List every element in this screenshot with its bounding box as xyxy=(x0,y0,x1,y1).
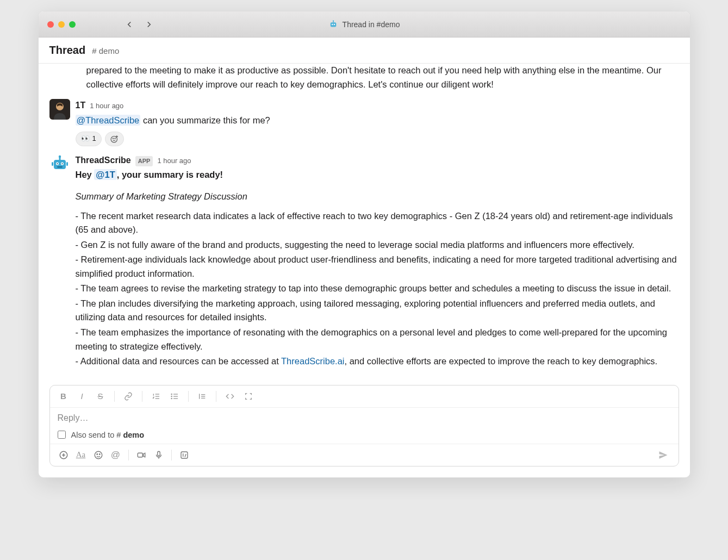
svg-rect-43 xyxy=(181,452,188,458)
message-text: @ThreadScribe can you summarize this for… xyxy=(76,114,679,128)
summary-greeting: Hey @1T, your summary is ready! xyxy=(76,168,679,182)
unordered-list-button[interactable] xyxy=(166,389,183,404)
composer-actions: Aa @ xyxy=(50,444,679,466)
svg-rect-10 xyxy=(54,160,66,169)
shortcuts-button[interactable] xyxy=(176,447,192,463)
summary-bullet: - The plan includes diversifying the mar… xyxy=(76,297,679,325)
bot-icon xyxy=(328,20,338,29)
page-title: Thread xyxy=(49,44,86,57)
reply-composer: B I S xyxy=(49,385,679,466)
audio-button[interactable] xyxy=(151,447,167,463)
format-toggle-button[interactable]: Aa xyxy=(73,447,89,463)
message-row: ThreadScribe APP 1 hour ago Hey @1T, you… xyxy=(49,146,679,370)
summary-bullet: - Retirement-age individuals lack knowle… xyxy=(76,253,679,281)
summary-list: - The recent market research data indica… xyxy=(76,209,679,369)
threadscribe-link[interactable]: ThreadScribe.ai xyxy=(281,356,344,366)
summary-bullet: - Additional data and resources can be a… xyxy=(76,354,679,369)
ordered-list-button[interactable] xyxy=(148,389,164,404)
app-window: Thread in #demo Thread # demo prepared t… xyxy=(38,11,690,478)
svg-rect-19 xyxy=(66,162,68,166)
bot-avatar[interactable] xyxy=(49,154,70,175)
app-badge: APP xyxy=(135,156,153,166)
svg-point-9 xyxy=(115,138,115,139)
mention[interactable]: @1T xyxy=(94,169,116,180)
author-name[interactable]: ThreadScribe xyxy=(76,154,131,167)
attach-button[interactable] xyxy=(55,447,72,463)
svg-line-45 xyxy=(185,454,186,457)
svg-point-8 xyxy=(113,138,113,139)
svg-point-27 xyxy=(171,396,172,396)
mention-button[interactable]: @ xyxy=(108,447,124,463)
svg-point-2 xyxy=(333,23,334,24)
maximize-window-button[interactable] xyxy=(69,21,76,28)
summary-bullet: - The team agrees to revise the marketin… xyxy=(76,282,679,296)
strikethrough-button[interactable]: S xyxy=(92,389,109,404)
codeblock-button[interactable] xyxy=(240,389,257,404)
message-timestamp: 1 hour ago xyxy=(90,101,123,111)
svg-point-1 xyxy=(332,23,333,24)
svg-point-17 xyxy=(58,155,60,157)
svg-rect-15 xyxy=(57,166,63,167)
summary-title: Summary of Marketing Strategy Discussion xyxy=(76,190,679,204)
svg-point-26 xyxy=(171,394,172,394)
window-title: Thread in #demo xyxy=(328,20,400,29)
svg-marker-40 xyxy=(143,453,145,457)
back-button[interactable] xyxy=(125,20,134,29)
svg-rect-41 xyxy=(157,451,160,456)
svg-point-7 xyxy=(111,136,117,142)
titlebar: Thread in #demo xyxy=(39,11,690,38)
blockquote-button[interactable] xyxy=(194,389,210,404)
italic-button[interactable]: I xyxy=(74,389,90,404)
minimize-window-button[interactable] xyxy=(58,21,65,28)
svg-point-37 xyxy=(97,453,98,455)
eyes-icon: 👀 xyxy=(81,133,90,144)
summary-bullet: - The team emphasizes the importance of … xyxy=(76,326,679,353)
channel-tag[interactable]: # demo xyxy=(92,46,119,55)
emoji-button[interactable] xyxy=(90,447,107,463)
link-button[interactable] xyxy=(120,389,136,404)
author-name[interactable]: 1T xyxy=(76,99,86,113)
forward-button[interactable] xyxy=(144,20,154,29)
message-timestamp: 1 hour ago xyxy=(157,155,191,166)
traffic-lights xyxy=(39,21,76,28)
prior-message-fragment: prepared to the meeting to make it as pr… xyxy=(49,64,679,91)
svg-point-14 xyxy=(61,163,63,164)
svg-point-28 xyxy=(171,398,172,399)
also-send-checkbox[interactable] xyxy=(58,431,66,439)
svg-point-13 xyxy=(57,163,58,164)
svg-point-38 xyxy=(99,453,100,455)
mention[interactable]: @ThreadScribe xyxy=(76,115,141,126)
svg-rect-18 xyxy=(52,162,53,166)
video-button[interactable] xyxy=(133,447,150,463)
user-avatar[interactable] xyxy=(49,99,70,120)
messages-pane: prepared to the meeting to make it as pr… xyxy=(39,64,690,378)
summary-bullet: - Gen Z is not fully aware of the brand … xyxy=(76,238,679,252)
summary-bullet: - The recent market research data indica… xyxy=(76,209,679,237)
code-button[interactable] xyxy=(222,389,238,404)
reply-input[interactable] xyxy=(50,408,679,428)
svg-rect-39 xyxy=(138,453,142,457)
message-row: 1T 1 hour ago @ThreadScribe can you summ… xyxy=(49,91,679,146)
reaction-eyes[interactable]: 👀 1 xyxy=(76,132,102,146)
svg-rect-0 xyxy=(330,22,336,27)
thread-header: Thread # demo xyxy=(39,38,690,64)
bold-button[interactable]: B xyxy=(55,389,72,404)
close-window-button[interactable] xyxy=(47,21,54,28)
format-toolbar: B I S xyxy=(50,385,679,408)
svg-point-4 xyxy=(332,20,333,21)
add-reaction-button[interactable] xyxy=(105,132,124,146)
send-button[interactable] xyxy=(654,447,673,463)
svg-point-36 xyxy=(95,451,102,459)
also-send-label: Also send to # demo xyxy=(71,431,145,439)
